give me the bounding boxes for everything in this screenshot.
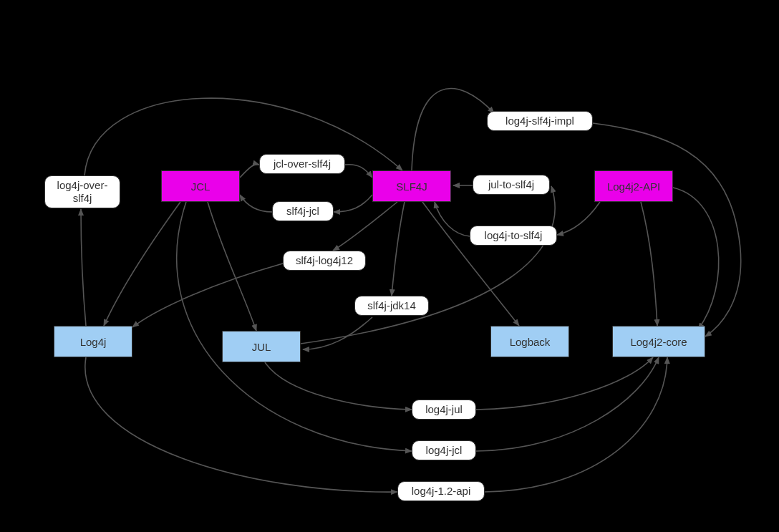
label: Log4j2-core [630, 336, 687, 348]
label: log4j-jul [425, 403, 463, 416]
bridge-slf4j-jcl: slf4j-jcl [272, 201, 334, 221]
node-slf4j: SLF4J [372, 170, 451, 202]
bridge-jul-to-slf4j: jul-to-slf4j [473, 175, 550, 195]
bridge-slf4j-log4j12: slf4j-log4j12 [283, 251, 366, 271]
bridge-log4j-over-slf4j: log4j-over- slf4j [44, 175, 120, 208]
bridge-log4j-1-2-api: log4j-1.2-api [397, 481, 485, 501]
label: log4j-slf4j-impl [505, 115, 574, 127]
label: Logback [510, 336, 551, 348]
node-log4j: Log4j [54, 326, 132, 357]
label: slf4j-jdk14 [367, 299, 416, 312]
label: log4j-to-slf4j [485, 229, 543, 242]
bridge-jcl-over-slf4j: jcl-over-slf4j [259, 154, 345, 174]
label: log4j-1.2-api [412, 485, 471, 498]
label: jul-to-slf4j [488, 178, 534, 191]
node-log4j2-core: Log4j2-core [612, 326, 705, 357]
bridge-log4j-to-slf4j: log4j-to-slf4j [470, 226, 557, 246]
label: JCL [191, 180, 211, 193]
bridge-slf4j-jdk14: slf4j-jdk14 [354, 296, 429, 316]
label: slf4j-jcl [286, 205, 319, 218]
label: log4j-over- slf4j [57, 179, 108, 205]
label: log4j-jcl [426, 444, 463, 457]
node-log4j2-api: Log4j2-API [594, 170, 673, 202]
node-jul: JUL [222, 331, 301, 362]
label: SLF4J [396, 180, 427, 193]
label: Log4j [80, 336, 107, 348]
bridge-log4j-slf4j-impl: log4j-slf4j-impl [487, 111, 593, 131]
node-jcl: JCL [161, 170, 240, 202]
label: JUL [252, 341, 271, 353]
label: slf4j-log4j12 [296, 254, 353, 267]
label: Log4j2-API [607, 180, 660, 193]
bridge-log4j-jcl: log4j-jcl [412, 440, 476, 460]
label: jcl-over-slf4j [274, 158, 331, 170]
node-logback: Logback [490, 326, 569, 357]
bridge-log4j-jul: log4j-jul [412, 400, 476, 420]
